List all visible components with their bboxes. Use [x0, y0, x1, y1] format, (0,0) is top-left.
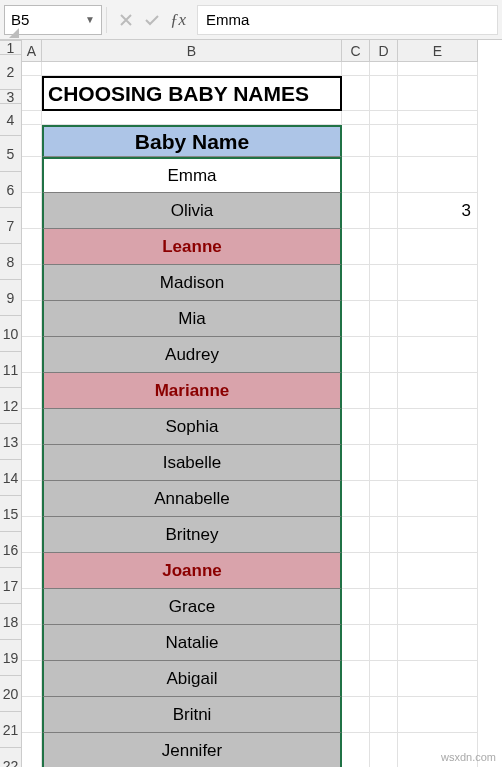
formula-input[interactable]: Emma — [197, 5, 498, 35]
cell-B5[interactable]: Emma — [42, 157, 342, 193]
row-header-6[interactable]: 6 — [0, 172, 22, 208]
cell-C15[interactable] — [342, 517, 370, 553]
cell-D2[interactable] — [370, 76, 398, 111]
cell-A1[interactable] — [22, 62, 42, 76]
cell-E3[interactable] — [398, 111, 478, 125]
cell-B17[interactable]: Grace — [42, 589, 342, 625]
cell-D10[interactable] — [370, 337, 398, 373]
col-header-A[interactable]: A — [22, 40, 42, 62]
cell-D9[interactable] — [370, 301, 398, 337]
cell-C21[interactable] — [342, 733, 370, 767]
cell-C20[interactable] — [342, 697, 370, 733]
row-header-18[interactable]: 18 — [0, 604, 22, 640]
cell-E1[interactable] — [398, 62, 478, 76]
row-header-4[interactable]: 4 — [0, 104, 22, 136]
cell-C6[interactable] — [342, 193, 370, 229]
cell-D5[interactable] — [370, 157, 398, 193]
col-header-C[interactable]: C — [342, 40, 370, 62]
cell-D6[interactable] — [370, 193, 398, 229]
row-header-19[interactable]: 19 — [0, 640, 22, 676]
cell-E7[interactable] — [398, 229, 478, 265]
fx-icon[interactable]: ƒx — [167, 9, 189, 31]
cell-D12[interactable] — [370, 409, 398, 445]
cell-B4[interactable]: Baby Name — [42, 125, 342, 157]
cell-E8[interactable] — [398, 265, 478, 301]
col-header-D[interactable]: D — [370, 40, 398, 62]
cell-B12[interactable]: Sophia — [42, 409, 342, 445]
row-header-2[interactable]: 2 — [0, 55, 22, 90]
chevron-down-icon[interactable]: ▼ — [85, 14, 95, 25]
cell-E16[interactable] — [398, 553, 478, 589]
cell-B18[interactable]: Natalie — [42, 625, 342, 661]
row-header-15[interactable]: 15 — [0, 496, 22, 532]
cell-E5[interactable] — [398, 157, 478, 193]
cell-E18[interactable] — [398, 625, 478, 661]
cell-B16[interactable]: Joanne — [42, 553, 342, 589]
row-header-1[interactable]: 1 — [0, 41, 22, 55]
row-header-13[interactable]: 13 — [0, 424, 22, 460]
cell-A9[interactable] — [22, 301, 42, 337]
cell-A5[interactable] — [22, 157, 42, 193]
row-header-8[interactable]: 8 — [0, 244, 22, 280]
cell-A19[interactable] — [22, 661, 42, 697]
cell-A21[interactable] — [22, 733, 42, 767]
cell-C4[interactable] — [342, 125, 370, 157]
cell-D20[interactable] — [370, 697, 398, 733]
cell-B20[interactable]: Britni — [42, 697, 342, 733]
row-header-5[interactable]: 5 — [0, 136, 22, 172]
cell-D8[interactable] — [370, 265, 398, 301]
cell-D7[interactable] — [370, 229, 398, 265]
row-header-9[interactable]: 9 — [0, 280, 22, 316]
cell-E9[interactable] — [398, 301, 478, 337]
enter-icon[interactable] — [141, 9, 163, 31]
cell-E14[interactable] — [398, 481, 478, 517]
cell-D16[interactable] — [370, 553, 398, 589]
cell-C1[interactable] — [342, 62, 370, 76]
cell-A4[interactable] — [22, 125, 42, 157]
row-header-22[interactable]: 22 — [0, 748, 22, 767]
cell-A17[interactable] — [22, 589, 42, 625]
cell-C18[interactable] — [342, 625, 370, 661]
cell-A3[interactable] — [22, 111, 42, 125]
cell-B14[interactable]: Annabelle — [42, 481, 342, 517]
cell-B15[interactable]: Britney — [42, 517, 342, 553]
row-header-14[interactable]: 14 — [0, 460, 22, 496]
cell-A8[interactable] — [22, 265, 42, 301]
cell-E20[interactable] — [398, 697, 478, 733]
cell-B2[interactable]: CHOOSING BABY NAMES — [42, 76, 342, 111]
cell-D3[interactable] — [370, 111, 398, 125]
cell-B8[interactable]: Madison — [42, 265, 342, 301]
cancel-icon[interactable] — [115, 9, 137, 31]
cell-D15[interactable] — [370, 517, 398, 553]
cell-D18[interactable] — [370, 625, 398, 661]
cell-C11[interactable] — [342, 373, 370, 409]
cell-D1[interactable] — [370, 62, 398, 76]
cell-D13[interactable] — [370, 445, 398, 481]
cell-A16[interactable] — [22, 553, 42, 589]
row-header-20[interactable]: 20 — [0, 676, 22, 712]
cell-A7[interactable] — [22, 229, 42, 265]
row-header-17[interactable]: 17 — [0, 568, 22, 604]
cell-D11[interactable] — [370, 373, 398, 409]
cell-A20[interactable] — [22, 697, 42, 733]
cell-E17[interactable] — [398, 589, 478, 625]
cells-area[interactable]: CHOOSING BABY NAMESBaby NameEmmaOlivia3L… — [22, 62, 502, 767]
row-header-21[interactable]: 21 — [0, 712, 22, 748]
cell-E11[interactable] — [398, 373, 478, 409]
cell-A11[interactable] — [22, 373, 42, 409]
row-header-10[interactable]: 10 — [0, 316, 22, 352]
row-header-16[interactable]: 16 — [0, 532, 22, 568]
cell-E19[interactable] — [398, 661, 478, 697]
cell-B21[interactable]: Jennifer — [42, 733, 342, 767]
cell-B1[interactable] — [42, 62, 342, 76]
cell-E15[interactable] — [398, 517, 478, 553]
cell-C10[interactable] — [342, 337, 370, 373]
cell-C3[interactable] — [342, 111, 370, 125]
cell-B11[interactable]: Marianne — [42, 373, 342, 409]
row-header-3[interactable]: 3 — [0, 90, 22, 104]
cell-C19[interactable] — [342, 661, 370, 697]
cell-E12[interactable] — [398, 409, 478, 445]
cell-C2[interactable] — [342, 76, 370, 111]
cell-D17[interactable] — [370, 589, 398, 625]
row-header-7[interactable]: 7 — [0, 208, 22, 244]
